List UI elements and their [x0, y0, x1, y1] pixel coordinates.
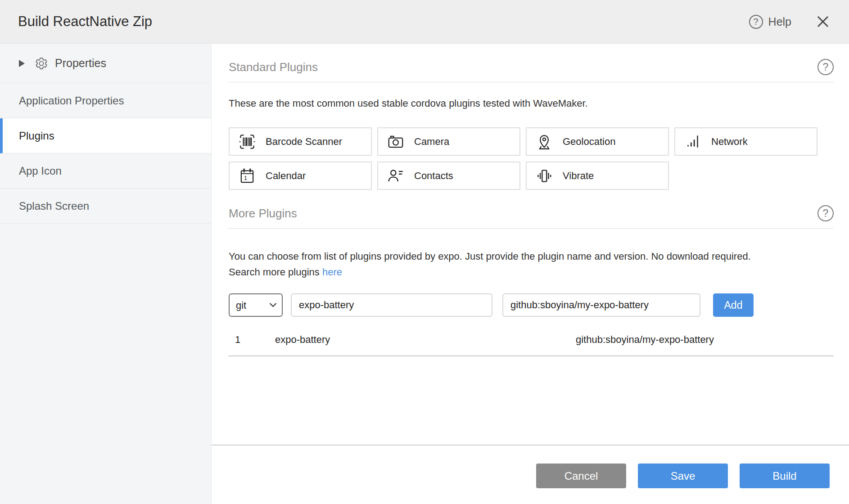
plugin-card-contacts[interactable]: Contacts	[377, 162, 520, 190]
help-question-icon: ?	[749, 15, 763, 29]
plugin-card-barcode-scanner[interactable]: Barcode Scanner	[229, 127, 372, 156]
sidebar-item-plugins[interactable]: Plugins	[0, 118, 211, 153]
save-button[interactable]: Save	[638, 464, 728, 488]
plugin-location-input[interactable]	[502, 293, 700, 317]
build-button[interactable]: Build	[740, 464, 830, 488]
close-button[interactable]	[817, 15, 829, 28]
vibrate-icon	[535, 166, 554, 185]
close-icon	[817, 15, 829, 28]
plugin-card-vibrate[interactable]: Vibrate	[526, 162, 669, 190]
search-more-plugins-link[interactable]: here	[322, 266, 342, 278]
standard-plugins-description: These are the most common used stable co…	[229, 98, 834, 109]
plugin-name-input[interactable]	[291, 293, 492, 317]
standard-plugins-header: Standard Plugins ?	[229, 58, 834, 76]
geolocation-icon	[535, 132, 554, 151]
main-content: Standard Plugins ? These are the most co…	[212, 44, 849, 356]
plugin-card-network[interactable]: Network	[674, 127, 817, 156]
sidebar-item-app-icon[interactable]: App Icon	[0, 153, 211, 189]
more-plugins-title: More Plugins	[229, 207, 297, 220]
plugin-row-name: expo-battery	[275, 334, 576, 346]
barcode-icon	[238, 132, 257, 151]
plugin-row-index: 1	[229, 334, 275, 346]
header-actions: ? Help	[749, 15, 829, 29]
add-button[interactable]: Add	[713, 293, 754, 317]
sidebar-item-label: Plugins	[19, 130, 54, 142]
plugin-card-calendar[interactable]: 1 Calendar	[229, 162, 372, 190]
page-title: Build ReactNative Zip	[18, 14, 152, 30]
plugin-card-label: Camera	[414, 136, 449, 148]
plugin-card-label: Geolocation	[563, 136, 615, 148]
caret-right-icon	[19, 60, 25, 67]
sidebar: Properties Application Properties Plugin…	[0, 44, 212, 504]
plugin-card-label: Network	[711, 136, 748, 148]
sidebar-item-label: Splash Screen	[19, 200, 89, 212]
plugin-card-label: Calendar	[266, 170, 306, 182]
plugin-row: 1 expo-battery github:sboyina/my-expo-ba…	[229, 329, 834, 350]
source-select-wrap: git	[229, 293, 283, 317]
standard-plugins-title: Standard Plugins	[229, 60, 318, 74]
sidebar-item-label: App Icon	[19, 165, 62, 177]
more-plugins-description-line1: You can choose from list of plugins prov…	[229, 248, 834, 264]
more-plugins-description-line2: Search more plugins here	[229, 264, 834, 280]
plugin-card-label: Barcode Scanner	[266, 136, 342, 148]
sidebar-properties-label: Properties	[55, 57, 106, 70]
plugin-card-camera[interactable]: Camera	[377, 127, 520, 156]
dialog-header: Build ReactNative Zip ? Help	[0, 0, 849, 44]
sidebar-item-splash-screen[interactable]: Splash Screen	[0, 189, 211, 224]
contacts-icon	[386, 166, 405, 185]
table-divider	[229, 356, 834, 356]
standard-plugins-help-icon[interactable]: ?	[817, 59, 834, 75]
dialog-footer: Cancel Save Build	[212, 445, 849, 504]
plugin-card-label: Contacts	[414, 170, 453, 182]
section-divider	[229, 228, 834, 229]
network-icon	[683, 132, 702, 151]
more-plugins-header: More Plugins ?	[229, 204, 834, 222]
footer-buttons: Cancel Save Build	[212, 446, 849, 504]
plugin-row-location: github:sboyina/my-expo-battery	[576, 334, 834, 346]
standard-plugins-grid: Barcode Scanner Camera	[229, 127, 834, 190]
dialog-body: Properties Application Properties Plugin…	[0, 44, 849, 504]
more-plugins-help-icon[interactable]: ?	[817, 205, 834, 221]
more-plugins-description: You can choose from list of plugins prov…	[229, 248, 834, 280]
cancel-button[interactable]: Cancel	[536, 464, 626, 488]
added-plugins-table: 1 expo-battery github:sboyina/my-expo-ba…	[229, 329, 834, 356]
build-reactnative-dialog: Build ReactNative Zip ? Help	[0, 0, 849, 504]
sidebar-item-label: Application Properties	[19, 94, 124, 107]
camera-icon	[386, 132, 405, 151]
svg-text:1: 1	[244, 174, 248, 181]
help-button[interactable]: ? Help	[749, 15, 791, 29]
source-select[interactable]: git	[229, 293, 283, 317]
sidebar-item-application-properties[interactable]: Application Properties	[0, 83, 211, 118]
sidebar-item-properties[interactable]: Properties	[0, 44, 211, 83]
gear-icon	[35, 57, 48, 70]
plugin-card-geolocation[interactable]: Geolocation	[526, 127, 669, 156]
main-panel: Standard Plugins ? These are the most co…	[212, 44, 849, 504]
help-label: Help	[768, 15, 791, 28]
section-divider	[229, 82, 834, 82]
add-plugin-form: git Add	[229, 293, 834, 317]
plugin-card-label: Vibrate	[563, 170, 594, 182]
calendar-icon: 1	[238, 166, 257, 185]
